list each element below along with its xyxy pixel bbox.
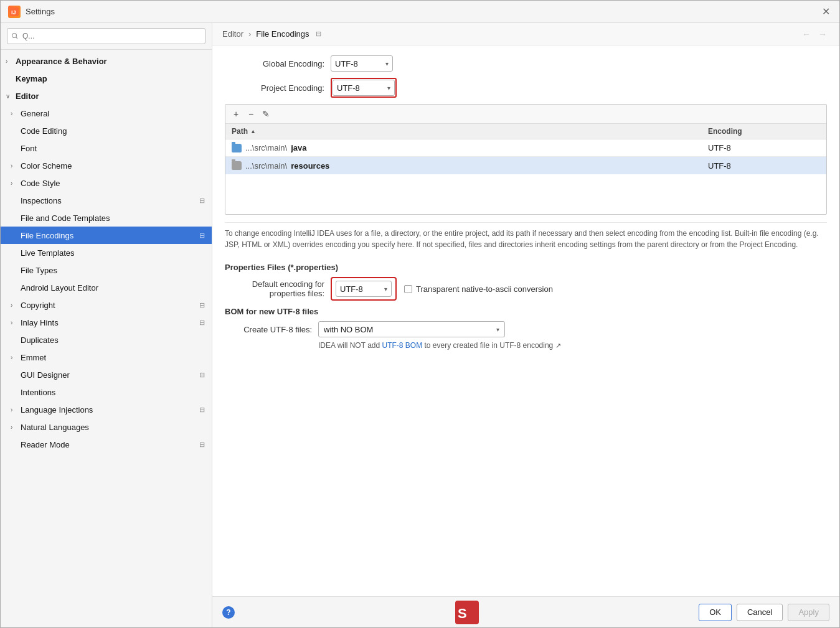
sidebar-item-emmet[interactable]: › Emmet: [1, 349, 212, 366]
table-header: Path ▲ Encoding: [225, 124, 826, 139]
badge-icon: ⊟: [197, 195, 207, 205]
encoding-cell: UTF-8: [702, 141, 826, 155]
project-encoding-row: Project Encoding: UTF-8 ▾: [225, 78, 827, 98]
transparent-conversion-row: Transparent native-to-ascii conversion: [404, 284, 553, 294]
sidebar-item-code-editing[interactable]: Code Editing: [1, 122, 212, 139]
global-encoding-label: Global Encoding:: [225, 59, 324, 68]
bom-value: with NO BOM: [324, 325, 373, 334]
cancel-button[interactable]: Cancel: [737, 604, 783, 621]
transparent-conversion-label: Transparent native-to-ascii conversion: [416, 284, 553, 294]
sidebar-item-duplicates[interactable]: Duplicates: [1, 331, 212, 349]
sidebar-item-label: File Types: [21, 266, 207, 275]
properties-section: Properties Files (*.properties) Default …: [225, 263, 827, 301]
settings-tree: › Appearance & Behavior Keymap ∨ Editor …: [1, 50, 212, 627]
path-prefix: ...\src\main\: [245, 143, 287, 152]
panel-body: Global Encoding: UTF-8 ▾ Project Encodin…: [212, 45, 839, 596]
ok-button[interactable]: OK: [699, 604, 732, 621]
sidebar-item-label: Language Injections: [21, 405, 194, 415]
sidebar-item-inlay-hints[interactable]: › Inlay Hints ⊟: [1, 314, 212, 331]
badge-icon: ⊟: [197, 317, 207, 327]
sidebar-item-file-types[interactable]: File Types: [1, 261, 212, 279]
transparent-conversion-checkbox[interactable]: [404, 285, 412, 293]
sidebar-item-label: File Encodings: [21, 231, 194, 240]
project-encoding-select[interactable]: UTF-8 ▾: [333, 80, 395, 96]
project-encoding-label: Project Encoding:: [225, 83, 324, 93]
sidebar-item-label: Inlay Hints: [21, 318, 194, 327]
bom-note-suffix: to every created file in UTF-8 encoding: [422, 341, 553, 350]
sidebar-item-android-layout[interactable]: Android Layout Editor: [1, 279, 212, 296]
sidebar-item-natural-languages[interactable]: › Natural Languages: [1, 418, 212, 436]
chevron-icon: ›: [11, 406, 21, 413]
watermark-area: S: [455, 601, 479, 624]
external-link-icon: ↗: [555, 342, 561, 349]
encoding-cell: UTF-8: [702, 159, 826, 173]
settings-window: IJ Settings ✕ › Appearance & Behavior Ke…: [0, 0, 840, 628]
search-input[interactable]: [7, 28, 205, 44]
info-text: To change encoding IntelliJ IDEA uses fo…: [225, 222, 827, 258]
main-content: › Appearance & Behavior Keymap ∨ Editor …: [1, 23, 839, 627]
sidebar-item-editor[interactable]: ∨ Editor: [1, 87, 212, 105]
sidebar-item-copyright[interactable]: › Copyright ⊟: [1, 296, 212, 314]
chevron-icon: ›: [11, 162, 21, 169]
sidebar-item-live-templates[interactable]: Live Templates: [1, 244, 212, 261]
svg-text:S: S: [458, 606, 467, 621]
sidebar-item-appearance[interactable]: › Appearance & Behavior: [1, 52, 212, 70]
chevron-down-icon: ▾: [387, 85, 390, 91]
table-body: ...\src\main\java UTF-8 ...\src\main\res…: [225, 139, 826, 214]
breadcrumb-current: File Encodings: [256, 29, 309, 39]
table-row[interactable]: ...\src\main\java UTF-8: [225, 139, 826, 157]
nav-forward-button[interactable]: →: [816, 27, 829, 41]
title-bar: IJ Settings ✕: [1, 1, 839, 23]
sidebar-item-label: Editor: [16, 91, 207, 101]
app-logo: IJ: [8, 6, 21, 18]
sidebar-item-file-code-templates[interactable]: File and Code Templates: [1, 209, 212, 227]
badge-icon: ⊟: [197, 405, 207, 415]
sidebar-item-gui-designer[interactable]: GUI Designer ⊟: [1, 366, 212, 383]
sidebar-item-file-encodings[interactable]: File Encodings ⊟: [1, 227, 212, 244]
sidebar-item-label: Intentions: [21, 388, 207, 397]
properties-encoding-row: Default encoding for properties files: U…: [225, 277, 827, 301]
add-button[interactable]: +: [229, 107, 243, 121]
sidebar-item-reader-mode[interactable]: Reader Mode ⊟: [1, 436, 212, 453]
sidebar-item-font[interactable]: Font: [1, 139, 212, 157]
col-encoding-header: Encoding: [702, 124, 826, 139]
table-row[interactable]: ...\src\main\resources UTF-8: [225, 157, 826, 174]
folder-icon: [232, 144, 242, 152]
sidebar-item-general[interactable]: › General: [1, 105, 212, 122]
sidebar-item-code-style[interactable]: › Code Style: [1, 174, 212, 192]
encoding-table: + − ✎ Path ▲ Encoding: [225, 104, 827, 215]
project-encoding-highlight: UTF-8 ▾: [331, 78, 397, 98]
global-encoding-row: Global Encoding: UTF-8 ▾: [225, 55, 827, 72]
badge-icon: ⊟: [197, 300, 207, 310]
sidebar-item-language-injections[interactable]: › Language Injections ⊟: [1, 401, 212, 418]
properties-encoding-label: Default encoding for properties files:: [225, 279, 324, 298]
chevron-icon: ›: [11, 354, 21, 361]
sidebar-item-label: Reader Mode: [21, 440, 194, 449]
table-toolbar: + − ✎: [225, 105, 826, 124]
global-encoding-select[interactable]: UTF-8 ▾: [331, 55, 393, 72]
sidebar-item-inspections[interactable]: Inspections ⊟: [1, 192, 212, 209]
chevron-down-icon: ▾: [384, 286, 387, 293]
sidebar-item-intentions[interactable]: Intentions: [1, 383, 212, 401]
bom-select[interactable]: with NO BOM ▾: [318, 321, 505, 337]
close-button[interactable]: ✕: [822, 7, 832, 17]
panel-header: Editor › File Encodings ⊟ ← →: [212, 23, 839, 45]
sidebar-item-label: File and Code Templates: [21, 213, 207, 223]
properties-encoding-select[interactable]: UTF-8 ▾: [336, 281, 392, 297]
badge-icon: ⊟: [197, 230, 207, 240]
nav-back-button[interactable]: ←: [800, 27, 813, 41]
edit-button[interactable]: ✎: [259, 107, 273, 121]
apply-button[interactable]: Apply: [788, 604, 829, 621]
remove-button[interactable]: −: [244, 107, 258, 121]
path-prefix: ...\src\main\: [245, 161, 287, 171]
sidebar-item-color-scheme[interactable]: › Color Scheme: [1, 157, 212, 174]
sidebar-item-label: General: [21, 109, 207, 118]
bom-note-link[interactable]: UTF-8 BOM: [382, 341, 422, 350]
sidebar-item-keymap[interactable]: Keymap: [1, 70, 212, 87]
bom-row: Create UTF-8 files: with NO BOM ▾: [225, 321, 827, 337]
col-path-header[interactable]: Path ▲: [225, 124, 702, 139]
path-cell: ...\src\main\java: [225, 141, 702, 155]
properties-encoding-highlight: UTF-8 ▾: [331, 277, 397, 301]
help-button[interactable]: ?: [222, 606, 235, 619]
chevron-down-icon: ▾: [385, 60, 389, 67]
